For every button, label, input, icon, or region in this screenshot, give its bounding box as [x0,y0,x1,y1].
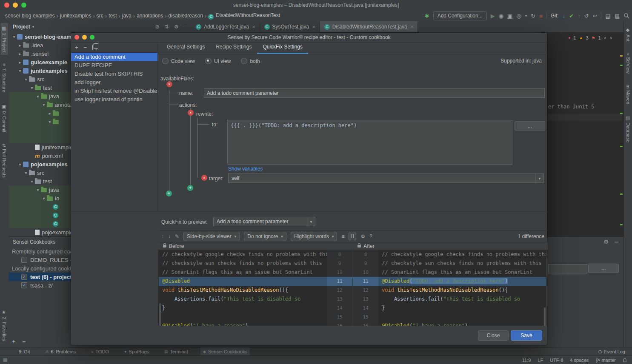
chevron-down-icon[interactable]: ▾ [23,77,29,82]
show-variables-link[interactable]: Show variables [228,166,263,172]
commit-icon[interactable]: ✔ [569,13,574,19]
push-icon[interactable]: ↑ [578,13,581,19]
notifications-icon[interactable] [623,358,627,363]
rewrite-to-editor[interactable]: {{{ . }}}("TODO: add a description here"… [227,120,512,165]
chevron-down-icon[interactable]: ▾ [41,102,47,107]
add-cookbook-icon[interactable]: + [12,338,15,345]
editor-tab[interactable]: CSysOutTest.java× [260,21,320,32]
view-option-code-view[interactable]: Code view [162,58,195,64]
indent-style[interactable]: 4 spaces [570,358,589,363]
chevron-down-icon[interactable]: ▾ [41,196,47,201]
chevron-down-icon[interactable]: ▾ [17,68,23,73]
edit-icon[interactable]: ✎ [175,233,179,239]
history-icon[interactable]: ↺ [584,13,589,19]
stripe-mark-warning[interactable] [620,55,623,57]
debug-icon[interactable]: ◉ [499,13,503,19]
recipe-item[interactable]: Disable test from SKIPTHIS [71,70,157,78]
settings-icon[interactable]: ⚙ [603,239,609,245]
breadcrumb-item[interactable]: disabledreason [169,13,203,19]
coverage-icon[interactable]: ▣ [507,13,512,19]
previous-difference-icon[interactable]: ↑ [161,233,164,239]
highlight-mode-dropdown[interactable]: Highlight words ▾ [291,232,337,241]
tool-windows-toggle-icon[interactable]: ▦ [3,357,7,363]
chevron-down-icon[interactable]: ▾ [17,162,23,167]
remove-cookbook-icon[interactable]: − [22,338,26,345]
project-panel-title[interactable]: Project ▾ [9,24,34,30]
stripe-button-maven[interactable]: mMaven [625,82,632,107]
next-difference-icon[interactable]: ↓ [168,233,171,239]
target-dropdown[interactable]: self ▾ [228,173,544,183]
editor-tab[interactable]: CAddLoggerTest.java× [192,21,260,32]
chevron-right-icon[interactable]: ▸ [17,43,23,48]
diff-settings-icon[interactable]: ⚙ [360,233,365,239]
next-issue-icon[interactable]: ∨ [609,36,612,40]
save-button[interactable]: Save [511,330,542,341]
add-configuration-button[interactable]: Add Configuration... [433,11,487,20]
event-log-button[interactable]: ⊙Event Log [598,347,625,356]
chevron-right-icon[interactable]: ▸ [47,111,53,116]
minimize-window-icon[interactable] [13,3,18,8]
stripe-mark-ok[interactable] [620,224,623,225]
scroll-source-icon[interactable]: ⇅ [165,24,169,30]
tool-window-button-todo[interactable]: ≡TODO [89,347,112,356]
diff-after-pane[interactable]: // checkstyle google checks finds no pro… [378,250,546,326]
chevron-down-icon[interactable]: ▾ [35,188,41,192]
recipe-item[interactable]: Add a todo comment [71,53,157,61]
tab-recipe-settings[interactable]: Recipe Settings [210,41,257,54]
breadcrumb-item[interactable]: java [122,13,132,19]
run-icon[interactable]: ▶ [491,13,495,19]
breadcrumb-item[interactable]: src [97,13,103,19]
recipe-item[interactable]: use logger instead of println [71,95,157,104]
tab-general-settings[interactable]: General Settings [161,41,210,54]
editor-tab[interactable]: CDisabledWithoutReasonTest.java× [320,21,418,32]
stripe-button-pull-requests[interactable]: ⇄Pull Requests [1,141,8,180]
breadcrumb-item[interactable]: CDisabledWithoutReasonTest [208,12,280,20]
diff-window-icon[interactable]: ▤ [605,13,610,19]
close-tab-icon[interactable]: × [411,24,413,29]
copy-recipe-icon[interactable] [92,45,97,50]
chevron-down-icon[interactable]: ▾ [29,179,35,184]
stripe-button-sciview[interactable]: ≈SciView [625,50,632,76]
checkbox-checked-icon[interactable]: ✓ [21,274,27,280]
add-fix-icon[interactable]: + [166,191,172,196]
checkbox-icon[interactable] [21,257,27,263]
collapse-unchanged-icon[interactable]: ≡ [341,233,344,239]
cookbook-browse-button[interactable]: ... [588,264,619,273]
settings-icon[interactable]: ⚙ [174,24,179,30]
ignore-mode-dropdown[interactable]: Do not ignore ▾ [244,232,286,241]
diff-viewer[interactable]: // checkstyle google checks finds no pro… [158,250,546,326]
close-button[interactable]: Close [478,330,509,341]
close-tab-icon[interactable]: × [312,24,315,29]
preview-dropdown[interactable]: Add a todo comment parameter ▾ [213,217,315,226]
rerun-icon[interactable]: ↻ [531,13,535,19]
maximize-window-icon[interactable] [21,3,26,8]
stripe-button-2-favorites[interactable]: ★2: Favorites [1,307,8,344]
close-tab-icon[interactable]: × [252,24,255,29]
checkbox-checked-icon[interactable]: ✓ [21,282,27,288]
dialog-minimize-icon[interactable] [82,35,87,40]
caret-position[interactable]: 11:9 [522,358,531,363]
add-action-icon[interactable]: + [187,185,193,191]
add-recipe-icon[interactable]: + [75,44,78,51]
stripe-mark-ok[interactable] [620,193,623,195]
fix-name-input[interactable] [204,88,545,98]
tool-window-button-sensei-cookbooks[interactable]: ◆Sensei Cookbooks [200,347,250,356]
stripe-button-7-structure[interactable]: ≡7: Structure [1,61,8,94]
profiler-icon[interactable]: ◎ [516,13,521,19]
recipe-item[interactable]: in SkipThisTest remove @Disabled [71,87,157,95]
recipe-item[interactable]: add logger [71,78,157,87]
rollback-icon[interactable]: ↩ [593,13,598,19]
chevron-down-icon[interactable]: ▾ [29,85,35,90]
locate-file-icon[interactable]: ⊕ [155,24,160,30]
profiler-dropdown-icon[interactable]: ▾ [525,14,527,18]
tab-quickfix-settings[interactable]: QuickFix Settings [257,41,308,54]
tool-window-button-6-problems[interactable]: ⚠6: Problems [43,347,78,356]
delete-target-icon[interactable]: × [201,175,207,181]
view-option-both[interactable]: both [241,58,260,64]
dialog-maximize-icon[interactable] [90,35,94,40]
tool-window-button-9-git[interactable]: 9: Git [16,347,32,356]
stripe-button-database[interactable]: ▤Database [625,113,632,145]
chevron-right-icon[interactable]: ▸ [17,51,23,56]
git-branch-widget[interactable]: master [595,358,616,363]
stripe-mark-ok[interactable] [620,113,623,114]
